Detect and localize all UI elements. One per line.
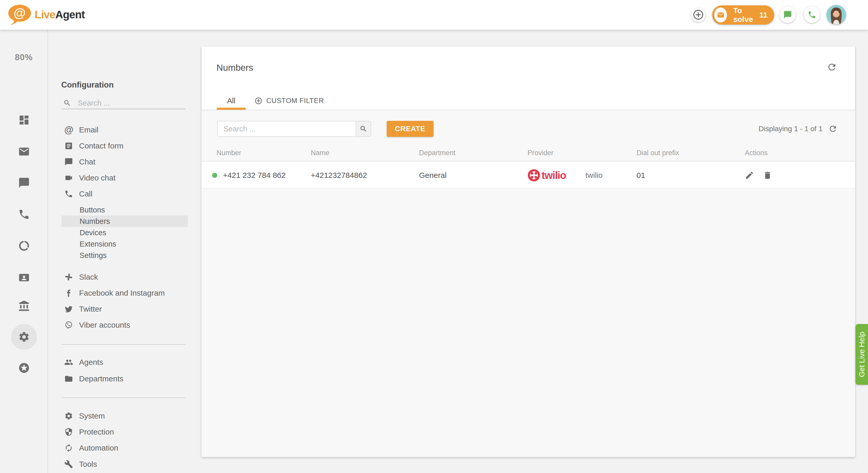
chat-icon — [64, 158, 73, 166]
sidebar-item-email[interactable]: @ Email — [61, 122, 188, 138]
reports-icon[interactable] — [18, 240, 30, 252]
to-solve-count: 11 — [759, 10, 768, 20]
sidebar-item-contact-form[interactable]: Contact form — [61, 138, 188, 154]
tools-wrench-icon — [64, 460, 73, 469]
table-search-input[interactable] — [217, 121, 356, 137]
sidebar-item-buttons[interactable]: Buttons — [61, 204, 188, 215]
panel-body: CREATE Displaying 1 - 1 of 1 Number Name… — [202, 111, 855, 457]
add-new-button[interactable] — [691, 7, 706, 22]
tab-custom-filter[interactable]: CUSTOM FILTER — [254, 94, 324, 108]
list-refresh-icon[interactable] — [828, 124, 838, 133]
to-solve-envelope-badge — [714, 7, 727, 23]
tickets-mail-icon[interactable] — [18, 146, 30, 158]
phone-icon — [808, 10, 816, 19]
call-icon — [64, 190, 73, 198]
calls-icon[interactable] — [18, 208, 30, 220]
settings-gear-icon[interactable] — [18, 331, 30, 343]
svg-text:@: @ — [14, 6, 26, 20]
sidebar-item-numbers[interactable]: Numbers — [61, 215, 188, 227]
get-live-help-tab[interactable]: Get Live Help — [856, 324, 868, 385]
table-search-button[interactable] — [356, 121, 371, 137]
sidebar-item-protection[interactable]: Protection — [61, 424, 188, 440]
cell-dial-out-prefix: 01 — [637, 162, 645, 189]
sidebar-item-departments[interactable]: Departments — [61, 371, 188, 387]
envelope-icon — [717, 11, 724, 19]
dashboard-icon[interactable] — [18, 114, 30, 126]
sidebar-item-twitter[interactable]: Twitter — [61, 301, 188, 317]
customers-icon[interactable] — [18, 272, 30, 283]
upgrade-star-icon[interactable] — [18, 362, 30, 374]
get-live-help-label: Get Live Help — [858, 332, 866, 377]
svg-text:twilio: twilio — [541, 169, 566, 181]
automation-sync-icon — [64, 444, 73, 452]
contact-form-icon — [64, 141, 73, 150]
facebook-icon — [64, 289, 73, 297]
liveagent-app: @ LiveAgent To solve 11 — [0, 0, 868, 473]
sidebar-item-settings-sub[interactable]: Settings — [61, 250, 188, 261]
cell-name: +421232784862 — [311, 162, 367, 189]
configuration-sidebar: Configuration @ Email Contact form Chat … — [48, 30, 202, 473]
edit-pencil-icon[interactable] — [745, 171, 754, 180]
avatar-photo — [827, 5, 846, 25]
displaying-text: Displaying 1 - 1 of 1 — [759, 125, 823, 133]
column-header-number: Number — [216, 144, 241, 161]
viber-icon — [64, 321, 73, 330]
sidebar-search — [61, 97, 185, 109]
search-icon — [63, 99, 71, 107]
column-header-actions: Actions — [745, 144, 768, 161]
pagination-status: Displaying 1 - 1 of 1 — [759, 121, 838, 137]
sidebar-item-viber[interactable]: Viber accounts — [61, 317, 188, 333]
utilization-badge: 80% — [0, 53, 48, 62]
sidebar-item-tools[interactable]: Tools — [61, 456, 188, 472]
add-filter-icon — [254, 97, 262, 105]
sidebar-item-system[interactable]: System — [61, 408, 188, 424]
departments-folder-icon — [64, 374, 73, 383]
create-button[interactable]: CREATE — [387, 121, 433, 137]
sidebar-divider — [61, 397, 185, 398]
chat-bubble-icon — [783, 10, 792, 19]
cell-department: General — [419, 162, 447, 189]
sidebar-item-devices[interactable]: Devices — [61, 227, 188, 238]
slack-icon — [64, 273, 73, 281]
sidebar-item-video-chat[interactable]: Video chat — [61, 170, 188, 186]
search-icon — [360, 125, 367, 133]
numbers-panel: Numbers All CUSTOM FILTER CREATE — [202, 46, 855, 457]
at-email-icon: @ — [64, 125, 73, 135]
column-header-name: Name — [311, 144, 330, 161]
table-row[interactable]: +421 232 784 862 +421232784862 General t… — [202, 162, 855, 189]
column-header-dial-out-prefix: Dial out prefix — [637, 144, 679, 161]
agents-people-icon — [64, 358, 73, 367]
system-gear-icon — [64, 411, 73, 420]
chats-button[interactable] — [779, 6, 796, 23]
delete-trash-icon[interactable] — [763, 171, 772, 180]
logo-wordmark: LiveAgent — [35, 8, 85, 21]
twitter-icon — [64, 305, 73, 313]
to-solve-label: To solve — [733, 6, 759, 24]
active-tab-indicator — [217, 108, 246, 110]
sidebar-item-automation[interactable]: Automation — [61, 440, 188, 456]
protection-shield-icon — [64, 428, 73, 436]
sidebar-title: Configuration — [61, 80, 114, 90]
sidebar-search-input[interactable] — [78, 99, 176, 107]
chats-icon[interactable] — [18, 177, 30, 189]
tab-all[interactable]: All — [217, 94, 246, 108]
liveagent-logo[interactable]: @ LiveAgent — [7, 4, 85, 26]
cell-provider: twilio twilio — [528, 162, 603, 189]
panel-refresh-icon[interactable] — [827, 62, 837, 72]
calls-button[interactable] — [804, 6, 820, 23]
column-header-department: Department — [419, 144, 456, 161]
page-title: Numbers — [216, 63, 253, 73]
sidebar-item-facebook-instagram[interactable]: Facebook and Instagram — [61, 285, 188, 301]
sidebar-divider — [61, 344, 185, 345]
sidebar-item-agents[interactable]: Agents — [61, 354, 188, 370]
to-solve-button[interactable]: To solve 11 — [712, 5, 774, 25]
sidebar-item-extensions[interactable]: Extensions — [61, 238, 188, 250]
top-header: @ LiveAgent To solve 11 — [0, 0, 868, 30]
sidebar-item-chat[interactable]: Chat — [61, 154, 188, 170]
sidebar-item-slack[interactable]: Slack — [61, 269, 188, 285]
billing-icon[interactable] — [18, 300, 30, 312]
user-avatar[interactable] — [827, 5, 846, 25]
liveagent-logo-icon: @ — [7, 4, 32, 26]
status-active-dot — [212, 173, 217, 178]
sidebar-item-call[interactable]: Call — [61, 186, 188, 202]
